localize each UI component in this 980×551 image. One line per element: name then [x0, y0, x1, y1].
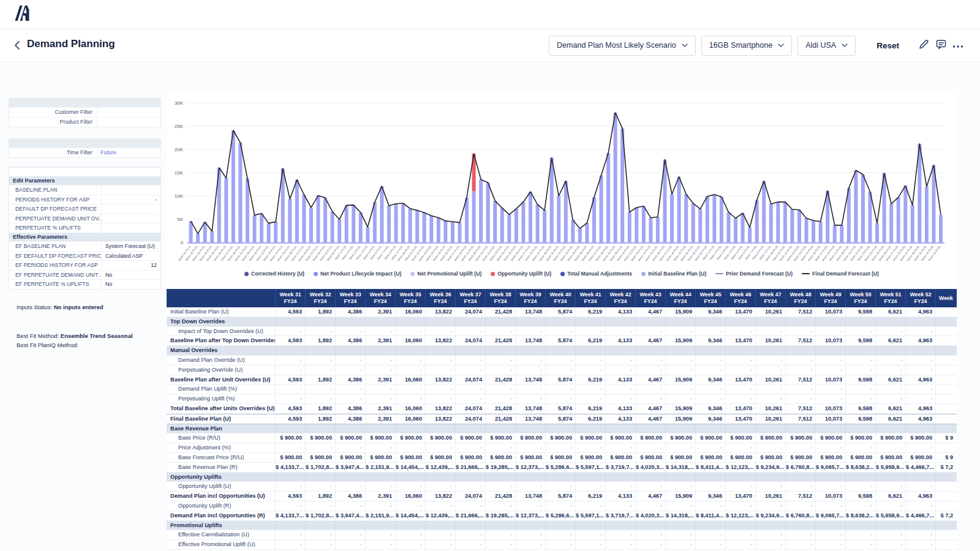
grid-cell[interactable]: $ 8,638,2...	[846, 463, 876, 472]
grid-cell[interactable]: -	[846, 356, 876, 365]
grid-cell[interactable]: -	[546, 365, 576, 375]
grid-cell[interactable]: -	[666, 356, 696, 365]
grid-cell[interactable]: -	[426, 327, 456, 336]
grid-cell[interactable]: 6,219	[576, 336, 606, 345]
grid-cell[interactable]: $ 5,286,6...	[546, 463, 576, 472]
grid-cell[interactable]: 13,470	[726, 492, 756, 501]
grid-cell[interactable]: $ 12,373,...	[516, 463, 546, 472]
grid-cell[interactable]: 9,598	[846, 492, 876, 501]
grid-cell[interactable]: -	[486, 482, 516, 491]
grid-cell[interactable]: 13,748	[516, 307, 546, 317]
grid-cell[interactable]: $ 12,373,...	[516, 511, 546, 520]
grid-cell[interactable]: -	[276, 365, 306, 375]
grid-cell[interactable]: -	[456, 443, 486, 452]
grid-cell[interactable]: $ 900.00	[666, 433, 696, 443]
grid-cell[interactable]: -	[726, 384, 756, 394]
grid-cell[interactable]: $ 900.00	[816, 453, 846, 462]
grid-cell[interactable]: -	[606, 356, 636, 365]
grid-cell[interactable]: -	[846, 443, 876, 452]
grid-cell[interactable]: 21,428	[486, 336, 516, 345]
grid-cell[interactable]: $ 3,719,7...	[606, 511, 636, 520]
grid-cell[interactable]: $ 3,719,7...	[606, 463, 636, 472]
grid-cell[interactable]: 4,467	[636, 404, 666, 413]
grid-cell[interactable]: 4,386	[336, 492, 366, 501]
grid-cell[interactable]: 5,874	[546, 307, 576, 317]
grid-cell[interactable]: $ 21,666,...	[456, 511, 486, 520]
grid-cell[interactable]: 4,963	[906, 336, 936, 345]
grid-cell[interactable]: 15,909	[666, 492, 696, 501]
grid-cell-partial[interactable]: $ 9	[936, 453, 956, 462]
grid-cell[interactable]: -	[516, 540, 546, 549]
grid-cell-partial[interactable]	[936, 501, 956, 511]
grid-cell[interactable]: 7,512	[786, 492, 816, 501]
grid-cell[interactable]: -	[846, 327, 876, 336]
grid-cell-partial[interactable]	[936, 414, 956, 424]
grid-cell[interactable]: -	[516, 356, 546, 365]
grid-cell[interactable]: -	[366, 530, 396, 539]
grid-cell[interactable]: 4,467	[636, 414, 666, 424]
grid-cell[interactable]: 13,470	[726, 404, 756, 413]
grid-cell[interactable]: -	[846, 501, 876, 511]
grid-cell[interactable]: -	[906, 540, 936, 549]
grid-cell[interactable]: 10,073	[816, 336, 846, 345]
grid-cell[interactable]: 24,074	[456, 375, 486, 384]
grid-cell[interactable]: -	[756, 482, 786, 491]
grid-cell[interactable]: 16,060	[396, 307, 426, 317]
grid-cell[interactable]: $ 14,454,...	[396, 511, 426, 520]
grid-cell[interactable]: $ 900.00	[396, 433, 426, 443]
grid-cell-partial[interactable]	[936, 307, 956, 317]
grid-cell[interactable]: -	[306, 365, 336, 375]
grid-cell[interactable]: $ 3,947,4...	[336, 511, 366, 520]
grid-cell[interactable]: $ 900.00	[906, 433, 936, 443]
grid-cell[interactable]: 6,219	[576, 307, 606, 317]
grid-cell[interactable]: -	[906, 501, 936, 511]
grid-cell[interactable]: 7,512	[786, 404, 816, 413]
grid-cell[interactable]: -	[396, 327, 426, 336]
grid-cell[interactable]: $ 8,411,4...	[696, 463, 726, 472]
grid-cell[interactable]: $ 900.00	[786, 433, 816, 443]
grid-cell[interactable]: -	[516, 365, 546, 375]
grid-cell[interactable]: 6,621	[876, 492, 906, 501]
grid-cell[interactable]: -	[456, 530, 486, 539]
grid-cell[interactable]: $ 900.00	[726, 433, 756, 443]
grid-cell[interactable]: -	[906, 356, 936, 365]
grid-cell[interactable]: 10,073	[816, 307, 846, 317]
anaplan-logo-icon[interactable]	[13, 5, 30, 24]
grid-cell[interactable]: -	[786, 384, 816, 394]
grid-cell[interactable]: -	[846, 384, 876, 394]
grid-cell[interactable]: -	[786, 530, 816, 539]
grid-cell[interactable]: -	[756, 501, 786, 511]
grid-cell[interactable]: 21,428	[486, 404, 516, 413]
grid-cell[interactable]: -	[786, 482, 816, 491]
back-button[interactable]	[13, 40, 21, 52]
grid-cell[interactable]: -	[276, 384, 306, 394]
grid-cell[interactable]: -	[546, 327, 576, 336]
grid-cell[interactable]: -	[636, 327, 666, 336]
grid-cell[interactable]: -	[666, 384, 696, 394]
grid-cell[interactable]: 4,386	[336, 375, 366, 384]
grid-cell[interactable]: -	[546, 530, 576, 539]
grid-cell[interactable]: -	[606, 394, 636, 403]
grid-cell[interactable]: $ 4,466,7...	[906, 511, 936, 520]
grid-cell[interactable]: $ 9,065,7...	[816, 511, 846, 520]
grid-cell[interactable]: 6,621	[876, 375, 906, 384]
grid-cell[interactable]: $ 900.00	[816, 433, 846, 443]
grid-cell[interactable]: -	[666, 501, 696, 511]
grid-cell[interactable]: 13,748	[516, 404, 546, 413]
grid-cell[interactable]: -	[606, 530, 636, 539]
grid-cell[interactable]: 4,133	[606, 414, 636, 424]
grid-cell[interactable]: -	[846, 365, 876, 375]
grid-cell[interactable]: -	[756, 356, 786, 365]
grid-cell[interactable]: -	[516, 482, 546, 491]
grid-cell[interactable]: 16,060	[396, 492, 426, 501]
grid-cell[interactable]: -	[816, 501, 846, 511]
grid-cell[interactable]: -	[546, 384, 576, 394]
grid-cell[interactable]: 13,470	[726, 414, 756, 424]
grid-cell[interactable]: -	[606, 540, 636, 549]
grid-cell[interactable]: $ 900.00	[546, 433, 576, 443]
grid-cell[interactable]: -	[276, 482, 306, 491]
grid-cell[interactable]: 9,598	[846, 414, 876, 424]
grid-cell[interactable]: -	[816, 540, 846, 549]
grid-cell[interactable]: 9,346	[696, 414, 726, 424]
grid-cell[interactable]: 16,060	[396, 375, 426, 384]
